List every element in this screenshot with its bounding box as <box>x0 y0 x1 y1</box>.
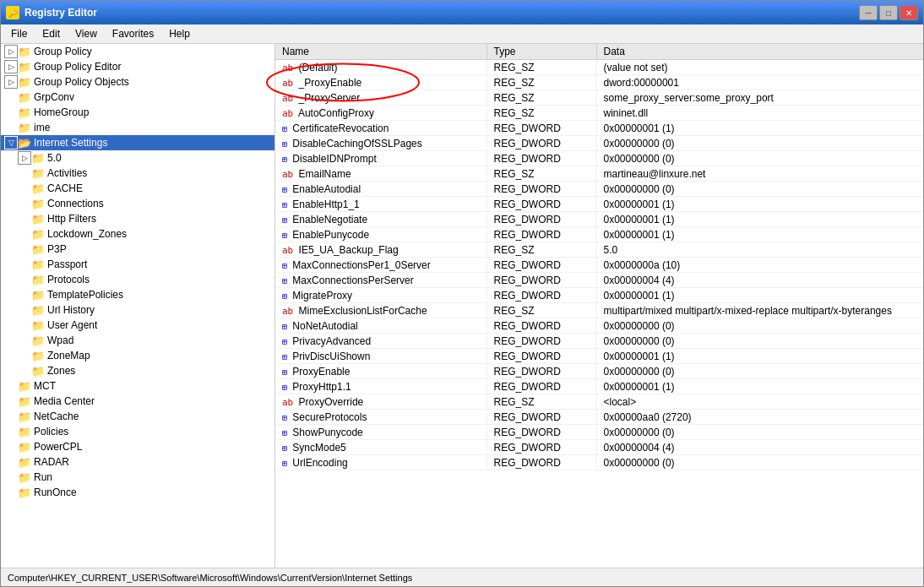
table-row[interactable]: ⊞ DisableIDNPromptREG_DWORD0x00000000 (0… <box>275 151 923 166</box>
table-row[interactable]: ⊞ MaxConnectionsPerServerREG_DWORD0x0000… <box>275 273 923 288</box>
cell-type: REG_DWORD <box>486 410 596 425</box>
menu-edit[interactable]: Edit <box>35 26 67 41</box>
cell-type: REG_SZ <box>486 106 596 121</box>
tree-item-mct[interactable]: 📁 MCT <box>1 378 274 394</box>
tree-item-powercpl[interactable]: 📁 PowerCPL <box>1 439 274 454</box>
tree-item-5-0[interactable]: ▷ 📁 5.0 <box>1 150 274 166</box>
cell-name: ⊞ NoNetAutodial <box>275 318 486 334</box>
tree-item-user-agent[interactable]: 📁 User Agent <box>1 318 274 333</box>
tree-item-zones[interactable]: 📁 Zones <box>1 363 274 378</box>
table-row[interactable]: ⊞ EnablePunycodeREG_DWORD0x00000001 (1) <box>275 227 923 242</box>
tree-item-zonemap[interactable]: 📁 ZoneMap <box>1 348 274 363</box>
tree-item-run[interactable]: 📁 Run <box>1 470 274 485</box>
table-row[interactable]: ⊞ SyncMode5REG_DWORD0x00000004 (4) <box>275 440 923 455</box>
tree-label-connections: Connections <box>47 198 104 209</box>
menu-favorites[interactable]: Favorites <box>106 26 160 41</box>
table-row[interactable]: ⊞ SecureProtocolsREG_DWORD0x00000aa0 (27… <box>275 410 923 425</box>
table-row[interactable]: ⊞ CertificateRevocationREG_DWORD0x000000… <box>275 121 923 136</box>
table-row[interactable]: ab ProxyOverrideREG_SZ<local> <box>275 394 923 410</box>
table-row[interactable]: ab MimeExclusionListForCacheREG_SZmultip… <box>275 303 923 318</box>
tree-item-runonce[interactable]: 📁 RunOnce <box>1 485 274 500</box>
folder-icon: 📁 <box>31 227 45 241</box>
tree-label-5-0: 5.0 <box>47 152 62 164</box>
table-row[interactable]: ⊞ ProxyHttp1.1REG_DWORD0x00000001 (1) <box>275 379 923 394</box>
tree-item-url-history[interactable]: 📁 Url History <box>1 302 274 318</box>
table-row[interactable]: ⊞ MaxConnectionsPer1_0ServerREG_DWORD0x0… <box>275 258 923 273</box>
tree-item-template-policies[interactable]: 📁 TemplatePolicies <box>1 287 274 302</box>
table-row[interactable]: ⊞ DisableCachingOfSSLPagesREG_DWORD0x000… <box>275 136 923 151</box>
table-header: Name Type Data <box>275 44 923 60</box>
table-row[interactable]: ab EmailNameREG_SZmartineau@linxure.net <box>275 166 923 182</box>
tree-panel[interactable]: ▷ 📁 Group Policy ▷ 📁 Group Policy Editor… <box>1 44 275 568</box>
tree-item-homegroup[interactable]: 📁 HomeGroup <box>1 105 274 120</box>
expand-group-policy-editor[interactable]: ▷ <box>4 60 18 73</box>
table-row[interactable]: ⊞ MigrateProxyREG_DWORD0x00000001 (1) <box>275 288 923 303</box>
table-row[interactable]: ⊞ ProxyEnableREG_DWORD0x00000000 (0) <box>275 364 923 379</box>
maximize-button[interactable]: □ <box>879 5 898 20</box>
tree-item-activities[interactable]: 📁 Activities <box>1 166 274 181</box>
table-row[interactable]: ⊞ PrivDiscUiShownREG_DWORD0x00000001 (1) <box>275 349 923 364</box>
col-type[interactable]: Type <box>486 44 596 60</box>
cell-type: REG_DWORD <box>486 151 596 166</box>
tree-item-connections[interactable]: 📁 Connections <box>1 196 274 211</box>
close-button[interactable]: ✕ <box>900 5 918 20</box>
tree-item-group-policy-objects[interactable]: ▷ 📁 Group Policy Objects <box>1 74 274 90</box>
tree-item-passport[interactable]: 📁 Passport <box>1 257 274 272</box>
cell-data: 0x00000aa0 (2720) <box>596 410 923 425</box>
tree-item-p3p[interactable]: 📁 P3P <box>1 242 274 257</box>
cell-name: ⊞ SecureProtocols <box>275 410 486 425</box>
tree-item-netcache[interactable]: 📁 NetCache <box>1 409 274 424</box>
registry-table[interactable]: Name Type Data ab (Default)REG_SZ(value … <box>275 44 923 568</box>
expand-internet-settings[interactable]: ▽ <box>4 136 18 149</box>
folder-icon-open: 📂 <box>18 136 31 149</box>
menu-help[interactable]: Help <box>162 26 197 41</box>
table-row[interactable]: ab AutoConfigProxyREG_SZwininet.dll <box>275 106 923 121</box>
folder-icon: 📁 <box>31 318 45 332</box>
table-row[interactable]: ab IE5_UA_Backup_FlagREG_SZ5.0 <box>275 242 923 258</box>
cell-name: ⊞ MigrateProxy <box>275 288 486 303</box>
cell-data: 0x00000000 (0) <box>596 455 923 470</box>
tree-item-policies[interactable]: 📁 Policies <box>1 424 274 439</box>
tree-item-http-filters[interactable]: 📁 Http Filters <box>1 211 274 226</box>
tree-label-media-center: Media Center <box>34 395 95 407</box>
tree-item-wpad[interactable]: 📁 Wpad <box>1 333 274 348</box>
cell-name: ⊞ EnableAutodial <box>275 182 486 197</box>
col-data[interactable]: Data <box>596 44 923 60</box>
folder-icon: 📁 <box>18 486 31 499</box>
expand-group-policy-objects[interactable]: ▷ <box>4 75 18 89</box>
table-row[interactable]: ⊞ EnableAutodialREG_DWORD0x00000000 (0) <box>275 182 923 197</box>
folder-icon: 📁 <box>31 288 45 302</box>
tree-label-netcache: NetCache <box>34 410 79 422</box>
tree-item-grpconv[interactable]: 📁 GrpConv <box>1 90 274 105</box>
minimize-button[interactable]: ─ <box>859 5 878 20</box>
table-row[interactable]: ⊞ NoNetAutodialREG_DWORD0x00000000 (0) <box>275 318 923 334</box>
tree-item-radar[interactable]: 📁 RADAR <box>1 454 274 470</box>
table-row[interactable]: ⊞ ShowPunycodeREG_DWORD0x00000000 (0) <box>275 425 923 440</box>
right-panel: Name Type Data ab (Default)REG_SZ(value … <box>275 44 923 568</box>
cell-data: 0x00000000 (0) <box>596 425 923 440</box>
table-row[interactable]: ⊞ EnableHttp1_1REG_DWORD0x00000001 (1) <box>275 197 923 212</box>
cell-name: ab (Default) <box>275 60 486 75</box>
tree-item-media-center[interactable]: 📁 Media Center <box>1 394 274 409</box>
table-row[interactable]: ab _ProxyEnableREG_SZdword:00000001 <box>275 75 923 90</box>
tree-item-ime[interactable]: 📁 ime <box>1 120 274 135</box>
tree-item-cache[interactable]: 📁 CACHE <box>1 181 274 196</box>
cell-name: ab AutoConfigProxy <box>275 106 486 121</box>
expand-5-0[interactable]: ▷ <box>18 151 31 165</box>
col-name[interactable]: Name <box>275 44 486 60</box>
table-row[interactable]: ⊞ PrivacyAdvancedREG_DWORD0x00000000 (0) <box>275 334 923 349</box>
tree-item-group-policy-editor[interactable]: ▷ 📁 Group Policy Editor <box>1 59 274 74</box>
tree-item-protocols[interactable]: 📁 Protocols <box>1 272 274 287</box>
menu-file[interactable]: File <box>4 26 34 41</box>
table-row[interactable]: ab (Default)REG_SZ(value not set) <box>275 60 923 75</box>
tree-item-group-policy[interactable]: ▷ 📁 Group Policy <box>1 44 274 59</box>
tree-item-internet-settings[interactable]: ▽ 📂 Internet Settings <box>1 135 274 150</box>
table-row[interactable]: ab _ProxyServerREG_SZsome_proxy_server:s… <box>275 90 923 106</box>
cell-type: REG_DWORD <box>486 318 596 334</box>
expand-group-policy[interactable]: ▷ <box>4 45 18 58</box>
menu-view[interactable]: View <box>68 26 104 41</box>
table-row[interactable]: ⊞ UrlEncodingREG_DWORD0x00000000 (0) <box>275 455 923 470</box>
cell-name: ⊞ MaxConnectionsPerServer <box>275 273 486 288</box>
tree-item-lockdown-zones[interactable]: 📁 Lockdown_Zones <box>1 226 274 242</box>
table-row[interactable]: ⊞ EnableNegotiateREG_DWORD0x00000001 (1) <box>275 212 923 227</box>
